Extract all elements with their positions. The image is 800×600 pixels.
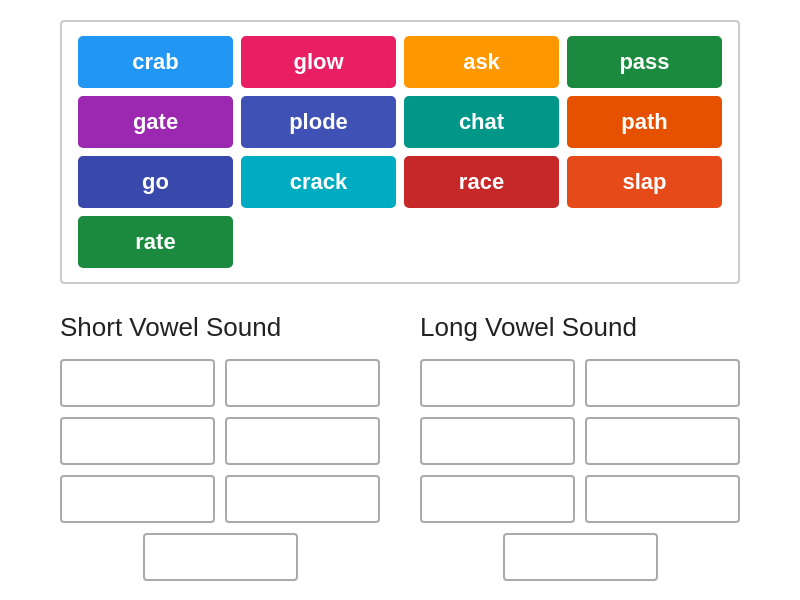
word-tile-empty	[404, 216, 559, 268]
word-tile-glow[interactable]: glow	[241, 36, 396, 88]
long-vowel-column: Long Vowel Sound	[420, 312, 740, 581]
short-vowel-bottom	[60, 533, 380, 581]
drop-box[interactable]	[585, 475, 740, 523]
word-tile-rate[interactable]: rate	[78, 216, 233, 268]
word-tile-empty	[567, 216, 722, 268]
long-vowel-grid	[420, 359, 740, 523]
word-tile-empty	[241, 216, 396, 268]
word-tile-crab[interactable]: crab	[78, 36, 233, 88]
drop-box[interactable]	[60, 417, 215, 465]
word-tile-plode[interactable]: plode	[241, 96, 396, 148]
sort-section: Short Vowel Sound Long Vowel Sound	[60, 312, 740, 581]
drop-box[interactable]	[60, 359, 215, 407]
drop-box[interactable]	[585, 359, 740, 407]
short-vowel-header: Short Vowel Sound	[60, 312, 380, 343]
drop-box[interactable]	[225, 359, 380, 407]
long-vowel-bottom	[420, 533, 740, 581]
word-tile-gate[interactable]: gate	[78, 96, 233, 148]
short-vowel-grid	[60, 359, 380, 523]
main-container: crabglowaskpassgateplodechatpathgocrackr…	[0, 0, 800, 600]
drop-box[interactable]	[420, 359, 575, 407]
word-tile-pass[interactable]: pass	[567, 36, 722, 88]
word-tile-slap[interactable]: slap	[567, 156, 722, 208]
long-vowel-header: Long Vowel Sound	[420, 312, 740, 343]
drop-box[interactable]	[225, 475, 380, 523]
drop-box[interactable]	[420, 417, 575, 465]
drop-box[interactable]	[420, 475, 575, 523]
word-tile-race[interactable]: race	[404, 156, 559, 208]
word-tile-go[interactable]: go	[78, 156, 233, 208]
drop-box[interactable]	[225, 417, 380, 465]
word-tile-crack[interactable]: crack	[241, 156, 396, 208]
drop-box[interactable]	[60, 475, 215, 523]
word-bank: crabglowaskpassgateplodechatpathgocrackr…	[60, 20, 740, 284]
drop-box[interactable]	[585, 417, 740, 465]
word-tile-chat[interactable]: chat	[404, 96, 559, 148]
drop-box[interactable]	[503, 533, 658, 581]
word-tile-path[interactable]: path	[567, 96, 722, 148]
spacer	[380, 312, 420, 581]
short-vowel-column: Short Vowel Sound	[60, 312, 380, 581]
word-tile-ask[interactable]: ask	[404, 36, 559, 88]
drop-box[interactable]	[143, 533, 298, 581]
